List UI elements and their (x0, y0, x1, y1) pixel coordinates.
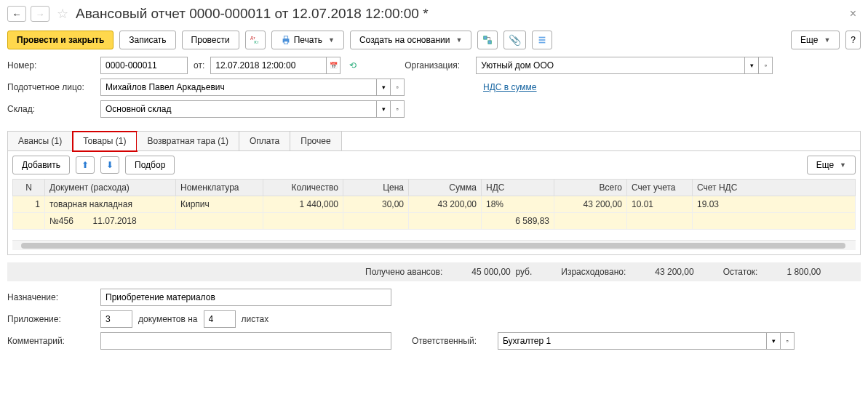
docs-word: документов на (138, 314, 198, 324)
goods-table[interactable]: N Документ (расхода) Номенклатура Количе… (12, 179, 856, 230)
number-label: Номер: (7, 60, 95, 71)
responsible-label: Ответственный: (412, 336, 492, 346)
col-total[interactable]: Всего (554, 180, 627, 196)
printer-icon (281, 35, 291, 45)
tab-payment[interactable]: Оплата (239, 132, 290, 150)
col-vat-acct[interactable]: Счет НДС (693, 180, 856, 196)
org-open-button[interactable]: ▫ (758, 57, 773, 74)
org-label: Организация: (405, 60, 470, 71)
col-vat[interactable]: НДС (482, 180, 554, 196)
spent-label: Израсходовано: (561, 267, 626, 277)
person-dropdown-button[interactable]: ▾ (376, 79, 391, 96)
nav-back-button[interactable]: ← (7, 6, 26, 22)
cell-nomen[interactable]: Кирпич (176, 196, 263, 213)
horizontal-scrollbar[interactable] (12, 240, 856, 250)
chevron-down-icon: ▼ (455, 36, 462, 44)
warehouse-open-button[interactable]: ▫ (390, 100, 405, 118)
arrow-up-icon: ⬆ (81, 160, 89, 170)
warehouse-dropdown-button[interactable]: ▾ (376, 100, 391, 118)
svg-rect-5 (484, 36, 487, 39)
table-row[interactable]: 1 товарная накладная Кирпич 1 440,000 30… (13, 196, 856, 213)
sheets-word: листах (242, 314, 269, 324)
org-dropdown-button[interactable]: ▾ (744, 57, 759, 74)
responsible-input[interactable] (498, 332, 767, 350)
comment-label: Комментарий: (7, 336, 95, 346)
table-row-line2[interactable]: №456 11.07.2018 6 589,83 (13, 213, 856, 230)
post-and-close-button[interactable]: Провести и закрыть (7, 31, 114, 49)
received-value: 45 000,00 руб. (471, 267, 532, 277)
dt-kt-icon: ДтКт (250, 35, 260, 45)
pick-button[interactable]: Подбор (125, 156, 175, 174)
structure-button[interactable] (477, 31, 498, 49)
person-label: Подотчетное лицо: (7, 82, 95, 92)
more-button[interactable]: Еще ▼ (791, 31, 840, 49)
tab-advances[interactable]: Авансы (1) (8, 132, 73, 150)
create-based-on-button[interactable]: Создать на основании ▼ (350, 31, 471, 49)
additional-button[interactable] (532, 31, 552, 49)
person-open-button[interactable]: ▫ (390, 79, 405, 96)
cell-total[interactable]: 43 200,00 (554, 196, 627, 213)
svg-rect-9 (539, 42, 546, 44)
refresh-icon[interactable]: ⟲ (349, 60, 357, 71)
help-button[interactable]: ? (845, 31, 861, 49)
post-button[interactable]: Провести (182, 31, 239, 49)
move-up-button[interactable]: ⬆ (76, 156, 95, 174)
col-sum[interactable]: Сумма (409, 180, 482, 196)
save-button[interactable]: Записать (119, 31, 175, 49)
col-doc[interactable]: Документ (расхода) (45, 180, 176, 196)
col-qty[interactable]: Количество (263, 180, 343, 196)
scroll-thumb[interactable] (21, 243, 845, 249)
responsible-dropdown-button[interactable]: ▾ (766, 332, 781, 350)
warehouse-input[interactable] (100, 100, 377, 118)
org-input[interactable] (476, 57, 745, 74)
docs-count-input[interactable] (100, 310, 132, 328)
comment-input[interactable] (100, 332, 391, 350)
cell-doc-line2[interactable]: №456 11.07.2018 (45, 213, 176, 230)
tab-returnable[interactable]: Возвратная тара (1) (137, 132, 239, 150)
move-down-button[interactable]: ⬇ (100, 156, 119, 174)
svg-rect-6 (488, 41, 491, 44)
cell-price[interactable]: 30,00 (343, 196, 409, 213)
svg-rect-4 (284, 41, 287, 44)
purpose-input[interactable] (100, 289, 391, 306)
col-nomen[interactable]: Номенклатура (176, 180, 263, 196)
number-input[interactable] (100, 57, 188, 74)
cell-vat-acct[interactable]: 19.03 (693, 196, 856, 213)
remainder-label: Остаток: (723, 267, 758, 277)
vat-in-sum-link[interactable]: НДС в сумме (483, 82, 537, 92)
warehouse-label: Склад: (7, 104, 95, 114)
chevron-down-icon: ▼ (824, 36, 830, 44)
cell-qty[interactable]: 1 440,000 (263, 196, 343, 213)
cell-n[interactable]: 1 (13, 196, 45, 213)
tab-more-button[interactable]: Еще ▼ (807, 156, 856, 174)
col-price[interactable]: Цена (343, 180, 409, 196)
attach-button[interactable]: 📎 (503, 31, 526, 49)
cell-sum[interactable]: 43 200,00 (409, 196, 482, 213)
tab-other[interactable]: Прочее (290, 132, 341, 150)
nav-forward-button[interactable]: → (31, 6, 49, 22)
cell-vat[interactable]: 18% (482, 196, 554, 213)
chevron-down-icon: ▼ (328, 36, 335, 44)
col-n[interactable]: N (13, 180, 45, 196)
tab-goods[interactable]: Товары (1) (73, 132, 137, 151)
cell-vat-amount[interactable]: 6 589,83 (482, 213, 554, 230)
from-label: от: (194, 60, 204, 71)
cell-acct[interactable]: 10.01 (627, 196, 693, 213)
page-title: Авансовый отчет 0000-000011 от 12.07.201… (76, 6, 429, 22)
add-row-button[interactable]: Добавить (12, 156, 70, 174)
person-input[interactable] (100, 79, 377, 96)
print-button[interactable]: Печать ▼ (271, 31, 344, 49)
spent-value: 43 200,00 (655, 267, 693, 277)
responsible-open-button[interactable]: ▫ (780, 332, 795, 350)
cell-doc[interactable]: товарная накладная (45, 196, 176, 213)
favorite-star-icon[interactable]: ☆ (57, 6, 68, 22)
dt-kt-button[interactable]: ДтКт (245, 31, 266, 49)
calendar-button[interactable]: 📅 (326, 57, 341, 74)
date-input[interactable] (210, 57, 327, 74)
remainder-value: 1 800,00 (787, 267, 821, 277)
chevron-down-icon: ▼ (840, 161, 846, 169)
sheets-count-input[interactable] (204, 310, 236, 328)
col-acct[interactable]: Счет учета (627, 180, 693, 196)
svg-text:Кт: Кт (254, 39, 259, 44)
close-icon[interactable]: × (850, 7, 861, 20)
